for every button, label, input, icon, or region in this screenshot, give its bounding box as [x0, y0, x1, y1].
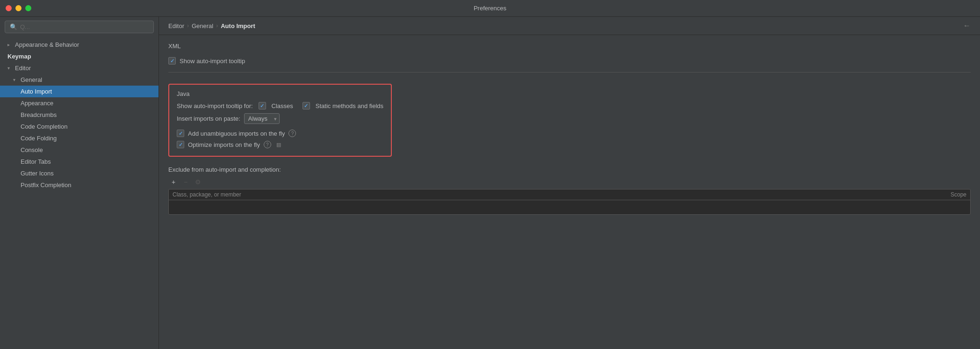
exclude-label: Exclude from auto-import and completion: [168, 166, 971, 173]
add-unambiguous-help-icon[interactable]: ? [288, 130, 296, 137]
sidebar-item-gutter-icons[interactable]: Gutter Icons [0, 167, 159, 179]
title-bar: Preferences [0, 0, 980, 17]
xml-section-label: XML [168, 43, 971, 50]
sidebar-item-label: General [21, 76, 42, 83]
sidebar-item-label: Editor [15, 65, 31, 72]
chevron-down-icon [7, 65, 12, 71]
sidebar-item-postfix-completion[interactable]: Postfix Completion [0, 179, 159, 191]
add-unambiguous-imports-row: Add unambiguous imports on the fly ? [177, 128, 383, 139]
unknown-exclude-button[interactable]: ⚙ [193, 177, 203, 187]
classes-label: Classes [272, 102, 293, 109]
sidebar-item-label: Code Completion [21, 123, 67, 130]
breadcrumb-sep-1: › [187, 22, 189, 29]
sidebar-item-appearance-behavior[interactable]: Appearance & Behavior [0, 39, 159, 51]
sidebar-item-general[interactable]: General [0, 74, 159, 86]
show-auto-import-tooltip-label: Show auto-import tooltip [180, 58, 245, 65]
search-input[interactable] [20, 23, 149, 30]
exclude-col-name-header: Class, package, or member [173, 191, 929, 198]
window-controls [6, 5, 31, 11]
sidebar-wrapper: 🔍 Appearance & Behavior Keymap Editor [0, 17, 159, 349]
breadcrumb-general: General [192, 22, 213, 29]
settings-content: XML Show auto-import tooltip Java Show a… [159, 35, 980, 222]
static-methods-label: Static methods and fields [316, 102, 383, 109]
exclude-table: Class, package, or member Scope [168, 189, 971, 215]
insert-imports-on-paste-row: Insert imports on paste: Always Ask Neve… [177, 113, 383, 124]
sidebar-item-label: Editor Tabs [21, 158, 51, 165]
sidebar: 🔍 Appearance & Behavior Keymap Editor [0, 17, 159, 349]
show-auto-import-tooltip-row: Show auto-import tooltip [168, 55, 971, 66]
sidebar-item-editor[interactable]: Editor [0, 62, 159, 74]
add-unambiguous-checkbox[interactable] [177, 130, 184, 137]
classes-checkbox[interactable] [259, 102, 266, 109]
add-exclude-button[interactable]: + [168, 177, 179, 187]
sidebar-item-label: Code Folding [21, 135, 57, 142]
sidebar-item-label: Auto Import [21, 88, 52, 95]
insert-imports-dropdown[interactable]: Always Ask Never [244, 113, 280, 124]
sidebar-item-code-folding[interactable]: Code Folding [0, 132, 159, 144]
java-section-box: Java Show auto-import tooltip for: Class… [168, 84, 392, 157]
sidebar-item-label: Appearance [21, 100, 53, 107]
sidebar-item-breadcrumbs[interactable]: Breadcrumbs [0, 109, 159, 121]
section-divider-1 [168, 72, 971, 73]
window-title: Preferences [474, 5, 506, 12]
chevron-right-icon [7, 42, 12, 47]
show-auto-import-for-row: Show auto-import tooltip for: Classes St… [177, 102, 383, 109]
optimize-imports-edit-icon[interactable]: ▤ [275, 141, 282, 148]
exclude-col-scope-header: Scope [929, 191, 966, 198]
show-auto-import-for-label: Show auto-import tooltip for: [177, 102, 253, 109]
content-area: Editor › General › Auto Import ← XML Sho… [159, 17, 980, 349]
optimize-imports-help-icon[interactable]: ? [264, 141, 271, 148]
insert-imports-label: Insert imports on paste: [177, 115, 240, 122]
breadcrumb-editor: Editor [168, 22, 184, 29]
sidebar-tree: Appearance & Behavior Keymap Editor Gene… [0, 37, 159, 349]
content: Editor › General › Auto Import ← XML Sho… [159, 17, 980, 222]
search-box[interactable]: 🔍 [5, 21, 154, 33]
main-layout: 🔍 Appearance & Behavior Keymap Editor [0, 17, 980, 349]
sidebar-item-label: Gutter Icons [21, 170, 54, 177]
sidebar-item-label: Keymap [7, 53, 31, 60]
exclude-toolbar: + − ⚙ [168, 177, 971, 187]
optimize-imports-label: Optimize imports on the fly [188, 141, 260, 148]
sidebar-item-label: Breadcrumbs [21, 111, 57, 118]
java-section-label: Java [177, 90, 383, 97]
add-unambiguous-label: Add unambiguous imports on the fly [188, 130, 285, 137]
breadcrumb-sep-2: › [216, 22, 218, 29]
show-auto-import-tooltip-checkbox[interactable] [168, 57, 176, 65]
optimize-imports-checkbox[interactable] [177, 141, 184, 148]
minimize-button[interactable] [15, 5, 22, 11]
sidebar-item-label: Console [21, 146, 43, 153]
close-button[interactable] [6, 5, 12, 11]
sidebar-item-editor-tabs[interactable]: Editor Tabs [0, 156, 159, 167]
exclude-section: Exclude from auto-import and completion:… [168, 166, 971, 215]
sidebar-item-label: Appearance & Behavior [15, 41, 79, 48]
sidebar-item-console[interactable]: Console [0, 144, 159, 156]
optimize-imports-row: Optimize imports on the fly ? ▤ [177, 139, 383, 150]
static-methods-checkbox[interactable] [303, 102, 310, 109]
sidebar-item-auto-import[interactable]: Auto Import [0, 86, 159, 97]
maximize-button[interactable] [25, 5, 31, 11]
insert-imports-dropdown-wrapper: Always Ask Never [244, 113, 280, 124]
breadcrumb-bar: Editor › General › Auto Import ← [159, 17, 980, 35]
breadcrumb-auto-import: Auto Import [221, 22, 255, 29]
chevron-down-icon [13, 77, 18, 82]
remove-exclude-button[interactable]: − [180, 177, 191, 187]
exclude-table-header: Class, package, or member Scope [169, 189, 970, 200]
back-arrow-button[interactable]: ← [963, 22, 971, 30]
sidebar-item-keymap[interactable]: Keymap [0, 51, 159, 62]
sidebar-item-appearance[interactable]: Appearance [0, 97, 159, 109]
exclude-table-body [169, 200, 970, 214]
search-icon: 🔍 [10, 23, 17, 30]
sidebar-item-label: Postfix Completion [21, 182, 71, 189]
sidebar-item-code-completion[interactable]: Code Completion [0, 121, 159, 132]
